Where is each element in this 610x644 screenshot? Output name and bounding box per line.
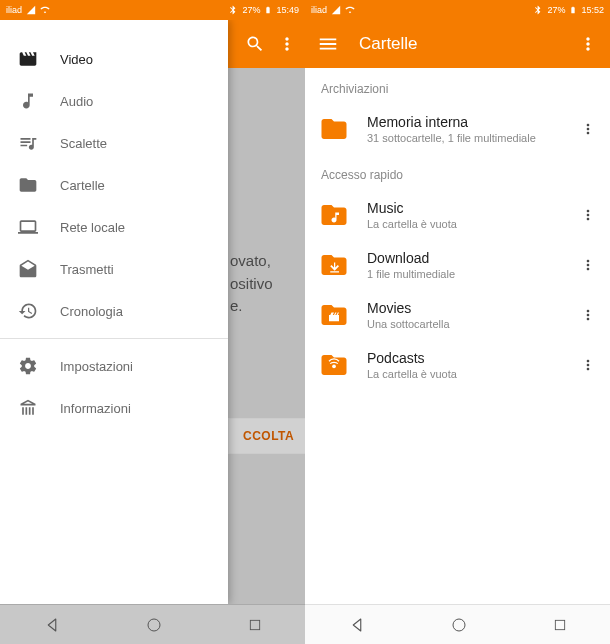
drawer-label: Audio	[60, 94, 93, 109]
row-more-icon[interactable]	[578, 121, 598, 137]
app-bar: Cartelle	[305, 20, 610, 68]
drawer-item-stream[interactable]: Trasmetti	[0, 248, 228, 290]
section-header-quick: Accesso rapido	[305, 154, 610, 190]
folder-podcasts-icon	[317, 348, 351, 382]
battery-icon	[569, 5, 577, 15]
nav-recent-icon[interactable]	[248, 618, 262, 632]
about-icon	[18, 398, 38, 418]
folder-movies-icon	[317, 298, 351, 332]
page-title: Cartelle	[359, 34, 578, 54]
drawer-item-folders[interactable]: Cartelle	[0, 164, 228, 206]
row-more-icon[interactable]	[578, 357, 598, 373]
drawer-label: Scalette	[60, 136, 107, 151]
search-icon[interactable]	[245, 34, 265, 54]
menu-icon[interactable]	[317, 33, 339, 55]
storage-title: Memoria interna	[367, 114, 562, 130]
row-more-icon[interactable]	[578, 207, 598, 223]
quick-row-movies[interactable]: Movies Una sottocartella	[305, 290, 610, 340]
svg-point-3	[453, 619, 465, 631]
drawer-label: Cartelle	[60, 178, 105, 193]
empty-state-text: ovato, ositivo e.	[230, 250, 273, 318]
folder-download-icon	[317, 248, 351, 282]
more-vert-icon[interactable]	[578, 34, 598, 54]
stream-icon	[18, 259, 38, 279]
storage-row[interactable]: Memoria interna 31 sottocartelle, 1 file…	[305, 104, 610, 154]
storage-subtitle: 31 sottocartelle, 1 file multimediale	[367, 132, 562, 144]
time-label: 15:49	[276, 5, 299, 15]
folder-title: Music	[367, 200, 562, 216]
drawer-item-video[interactable]: Video	[0, 38, 228, 80]
nav-home-icon[interactable]	[146, 617, 162, 633]
status-bar: iliad 27% 15:52	[305, 0, 610, 20]
folder-subtitle: La cartella è vuota	[367, 218, 562, 230]
quick-row-podcasts[interactable]: Podcasts La cartella è vuota	[305, 340, 610, 390]
section-header-storage: Archiviazioni	[305, 68, 610, 104]
bluetooth-icon	[533, 5, 543, 15]
row-more-icon[interactable]	[578, 257, 598, 273]
folder-title: Download	[367, 250, 562, 266]
time-label: 15:52	[581, 5, 604, 15]
drawer-label: Informazioni	[60, 401, 131, 416]
battery-label: 27%	[242, 5, 260, 15]
nav-back-icon[interactable]	[348, 616, 366, 634]
folder-subtitle: La cartella è vuota	[367, 368, 562, 380]
battery-label: 27%	[547, 5, 565, 15]
settings-icon	[18, 356, 38, 376]
carrier-label: iliad	[311, 5, 327, 15]
quick-row-download[interactable]: Download 1 file multimediale	[305, 240, 610, 290]
drawer-label: Rete locale	[60, 220, 125, 235]
battery-icon	[264, 5, 272, 15]
svg-point-0	[148, 619, 160, 631]
navigation-bar	[0, 604, 305, 644]
more-vert-icon[interactable]	[277, 34, 297, 54]
playlist-icon	[18, 133, 38, 153]
drawer-label: Cronologia	[60, 304, 123, 319]
signal-icon	[26, 5, 36, 15]
network-icon	[18, 217, 38, 237]
audio-icon	[18, 91, 38, 111]
svg-rect-1	[250, 620, 259, 629]
navigation-bar	[305, 604, 610, 644]
drawer-item-network[interactable]: Rete locale	[0, 206, 228, 248]
folder-title: Podcasts	[367, 350, 562, 366]
drawer-item-audio[interactable]: Audio	[0, 80, 228, 122]
signal-icon	[331, 5, 341, 15]
folder-title: Movies	[367, 300, 562, 316]
drawer-label: Trasmetti	[60, 262, 114, 277]
folder-music-icon	[317, 198, 351, 232]
scan-button[interactable]: CCOLTA	[228, 418, 305, 454]
drawer-item-settings[interactable]: Impostazioni	[0, 345, 228, 387]
bluetooth-icon	[228, 5, 238, 15]
drawer-label: Video	[60, 52, 93, 67]
nav-recent-icon[interactable]	[553, 618, 567, 632]
svg-rect-4	[555, 620, 564, 629]
row-more-icon[interactable]	[578, 307, 598, 323]
quick-row-music[interactable]: Music La cartella è vuota	[305, 190, 610, 240]
folder-icon	[317, 112, 351, 146]
drawer-item-about[interactable]: Informazioni	[0, 387, 228, 429]
nav-home-icon[interactable]	[451, 617, 467, 633]
wifi-icon	[40, 5, 50, 15]
drawer-label: Impostazioni	[60, 359, 133, 374]
history-icon	[18, 301, 38, 321]
folder-subtitle: Una sottocartella	[367, 318, 562, 330]
folder-subtitle: 1 file multimediale	[367, 268, 562, 280]
navigation-drawer: Video Audio Scalette Cartelle Rete local…	[0, 20, 228, 604]
video-icon	[18, 49, 38, 69]
nav-back-icon[interactable]	[43, 616, 61, 634]
carrier-label: iliad	[6, 5, 22, 15]
drawer-item-history[interactable]: Cronologia	[0, 290, 228, 332]
status-bar: iliad 27% 15:49	[0, 0, 305, 20]
folder-icon	[18, 175, 38, 195]
divider	[0, 338, 228, 339]
svg-point-2	[332, 364, 336, 368]
drawer-item-playlists[interactable]: Scalette	[0, 122, 228, 164]
wifi-icon	[345, 5, 355, 15]
